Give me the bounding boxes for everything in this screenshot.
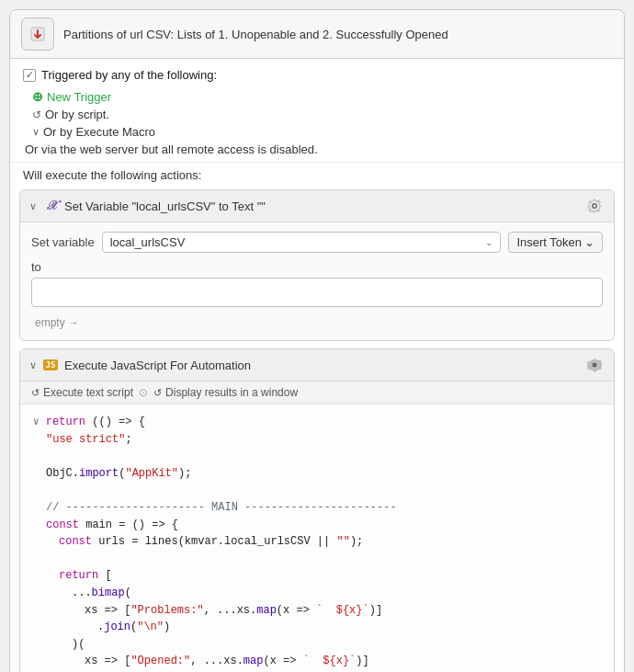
execute-js-title: Execute JavaScript For Automation (64, 359, 579, 372)
triggers-header: ✓ Triggered by any of the following: (23, 68, 611, 82)
execute-macro-chevron-icon: ∨ (32, 126, 40, 138)
x-variable-icon: 𝒳 (42, 198, 59, 214)
execute-macro-label: Or by Execute Macro (43, 125, 155, 139)
set-variable-row: Set variable local_urlsCSV ⌄ Insert Toke… (31, 232, 603, 253)
code-line-13: )( (33, 636, 601, 654)
header-bar: Partitions of url CSV: Lists of 1. Unope… (10, 10, 624, 59)
code-line-3: ObjC.import("AppKit"); (33, 465, 601, 483)
set-variable-title: Set Variable "local_urlsCSV" to Text "" (64, 199, 579, 213)
insert-token-button[interactable]: Insert Token ⌄ (508, 232, 603, 253)
by-script-item[interactable]: ↺ Or by script. (32, 108, 611, 121)
set-variable-label: Set variable (31, 235, 95, 249)
trigger-list: ⊕ New Trigger ↺ Or by script. ∨ Or by Ex… (23, 89, 611, 139)
execute-text-arrow-icon: ↺ (31, 387, 40, 399)
to-label: to (31, 260, 41, 274)
macro-title: Partitions of url CSV: Lists of 1. Unope… (63, 28, 613, 41)
code-line-10: ...bimap( (33, 585, 601, 602)
empty-arrow: empty → (31, 314, 603, 331)
set-variable-chevron-icon: ∨ (29, 200, 37, 212)
set-variable-gear-button[interactable] (584, 196, 605, 216)
code-line-12: .join("\n") (33, 619, 601, 636)
triggered-checkbox[interactable]: ✓ (23, 69, 36, 82)
code-line-6: const main = () => { (33, 517, 601, 534)
code-line-5: // --------------------- MAIN ----------… (33, 499, 601, 517)
set-variable-header: ∨ 𝒳 Set Variable "local_urlsCSV" to Text… (20, 190, 614, 222)
code-collapse-row: ∨ return (() => { (33, 414, 601, 431)
macro-icon (21, 17, 54, 51)
actions-header: Will execute the following actions: (10, 163, 624, 189)
new-trigger-label: New Trigger (47, 90, 111, 104)
code-line-9: return [ (33, 567, 601, 585)
new-trigger-plus-icon: ⊕ (32, 89, 43, 104)
variable-name-value: local_urlsCSV (110, 235, 482, 249)
by-script-label: Or by script. (45, 108, 109, 121)
variable-name-select[interactable]: local_urlsCSV ⌄ (102, 232, 502, 253)
svg-point-1 (593, 363, 597, 368)
display-results-arrow-icon: ↺ (153, 387, 162, 399)
js-sub-header: ↺ Execute text script ⊙ ↺ Display result… (20, 382, 614, 404)
set-variable-block: ∨ 𝒳 Set Variable "local_urlsCSV" to Text… (19, 189, 615, 341)
triggers-label: Triggered by any of the following: (41, 68, 217, 82)
to-value-input[interactable] (31, 278, 603, 307)
execute-js-header: ∨ JS Execute JavaScript For Automation (20, 349, 614, 382)
to-row: to (31, 260, 603, 307)
new-trigger-item[interactable]: ⊕ New Trigger (32, 89, 611, 104)
via-text: Or via the web server but all remote acc… (23, 142, 611, 156)
js-icon: JS (42, 357, 59, 373)
code-line-2 (33, 448, 601, 465)
code-line-0: ∨ return (() => { (33, 414, 145, 431)
execute-js-gear-button[interactable] (584, 355, 605, 375)
by-script-arrow-icon: ↺ (32, 108, 41, 121)
code-line-7: const urls = lines(kmvar.local_urlsCSV |… (33, 533, 601, 551)
code-line-14: xs => ["Opened:", ...xs.map(x => ` ${x}`… (33, 653, 601, 670)
code-line-4 (33, 482, 601, 499)
main-container: Partitions of url CSV: Lists of 1. Unope… (9, 9, 625, 672)
code-line-8 (33, 551, 601, 568)
execute-text-script-label[interactable]: Execute text script (43, 386, 133, 399)
triggers-section: ✓ Triggered by any of the following: ⊕ N… (10, 59, 624, 163)
execute-js-block: ∨ JS Execute JavaScript For Automation ↺… (19, 348, 615, 672)
display-results-label[interactable]: Display results in a window (165, 386, 298, 399)
insert-token-chevron-icon: ⌄ (584, 235, 594, 249)
code-block: ∨ return (() => { "use strict"; ObjC.imp… (20, 404, 614, 672)
variable-select-arrow-icon: ⌄ (485, 237, 492, 247)
set-variable-content: Set variable local_urlsCSV ⌄ Insert Toke… (20, 222, 614, 340)
code-line-1: "use strict"; (33, 431, 601, 449)
code-line-11: xs => ["Problems:", ...xs.map(x => ` ${x… (33, 602, 601, 620)
execute-macro-item[interactable]: ∨ Or by Execute Macro (32, 125, 611, 139)
execute-js-chevron-icon: ∨ (29, 359, 37, 371)
